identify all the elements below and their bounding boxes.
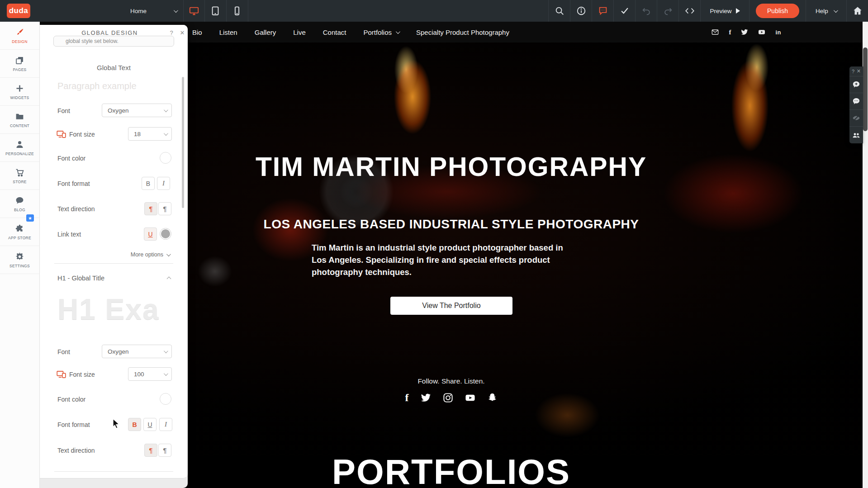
h1-bold-button[interactable]: B bbox=[128, 418, 141, 431]
responsive-devices-icon bbox=[57, 131, 66, 138]
page-scrollbar[interactable] bbox=[863, 22, 868, 488]
speech-bubble-icon bbox=[15, 196, 24, 205]
add-comment-button[interactable] bbox=[849, 76, 863, 93]
toolbar-help-icon[interactable]: ? bbox=[852, 69, 854, 74]
site-nav-bio[interactable]: Bio bbox=[192, 28, 202, 36]
toolbar-close-icon[interactable]: ✕ bbox=[857, 68, 861, 74]
add-comment-icon bbox=[852, 81, 860, 89]
sidebar-item-blog[interactable]: BLOG bbox=[0, 190, 39, 218]
youtube-icon[interactable] bbox=[758, 28, 765, 36]
gear-icon bbox=[15, 252, 24, 261]
view-portfolio-button[interactable]: View The Portfolio bbox=[390, 297, 512, 315]
h1-underline-button[interactable]: U bbox=[143, 418, 157, 431]
youtube-icon[interactable] bbox=[465, 393, 475, 403]
site-nav-contact[interactable]: Contact bbox=[323, 28, 346, 36]
collapse-section-icon[interactable] bbox=[167, 277, 171, 281]
duda-logo[interactable]: duda bbox=[7, 4, 30, 18]
font-label: Font bbox=[57, 107, 70, 114]
h1-example-preview: H1 Exa bbox=[57, 293, 159, 326]
desktop-icon bbox=[189, 6, 199, 16]
play-icon bbox=[736, 8, 740, 14]
sidebar-item-widgets[interactable]: WIDGETS bbox=[0, 78, 39, 106]
italic-button[interactable]: I bbox=[157, 177, 170, 190]
panel-scrollbar[interactable] bbox=[182, 77, 184, 208]
h1-italic-button[interactable]: I bbox=[159, 418, 172, 431]
text-direction-label: Text direction bbox=[57, 205, 95, 213]
site-nav-specialty[interactable]: Specialty Product Photography bbox=[416, 28, 509, 36]
panel-close-button[interactable]: ✕ bbox=[177, 29, 188, 36]
save-done-button[interactable] bbox=[613, 0, 635, 22]
comments-button[interactable] bbox=[849, 93, 863, 110]
editor-sidebar: DESIGN PAGES WIDGETS CONTENT PERSONALIZE… bbox=[0, 22, 40, 488]
font-color-swatch[interactable] bbox=[160, 152, 171, 164]
linkedin-icon[interactable]: in bbox=[775, 29, 781, 36]
more-options-link[interactable]: More options bbox=[131, 251, 170, 258]
publish-button[interactable]: Publish bbox=[756, 4, 799, 18]
h1-font-size-dropdown[interactable]: 100 bbox=[128, 367, 172, 381]
panel-title: GLOBAL DESIGN bbox=[40, 29, 166, 36]
h1-text-direction-ltr-button[interactable]: ¶ bbox=[144, 444, 157, 457]
collaborators-button[interactable] bbox=[849, 127, 863, 143]
comments-icon bbox=[852, 97, 860, 105]
app-store-badge: ★ bbox=[26, 214, 34, 222]
global-design-panel: GLOBAL DESIGN ? ✕ global style set below… bbox=[40, 25, 188, 479]
text-direction-ltr-button[interactable]: ¶ bbox=[144, 202, 157, 215]
sidebar-item-store[interactable]: STORE bbox=[0, 162, 39, 190]
snapchat-icon[interactable] bbox=[487, 393, 498, 403]
sidebar-item-settings[interactable]: SETTINGS bbox=[0, 246, 39, 274]
h1-text-direction-rtl-button[interactable]: ¶ bbox=[158, 444, 171, 457]
bold-button[interactable]: B bbox=[142, 177, 155, 190]
chat-bubble-icon bbox=[598, 6, 608, 16]
instagram-icon[interactable] bbox=[443, 393, 453, 403]
facebook-icon[interactable]: f bbox=[729, 28, 731, 36]
info-icon bbox=[576, 6, 586, 16]
twitter-icon[interactable] bbox=[421, 393, 431, 403]
dev-mode-button[interactable] bbox=[678, 0, 700, 22]
preview-button[interactable]: Preview bbox=[700, 0, 749, 22]
hero-description[interactable]: Tim Martin is an industrial style produc… bbox=[312, 242, 574, 278]
facebook-icon[interactable]: f bbox=[405, 392, 409, 404]
desktop-view-button[interactable] bbox=[183, 0, 204, 22]
twitter-icon[interactable] bbox=[741, 28, 748, 36]
mobile-icon bbox=[232, 6, 242, 16]
hide-comments-button[interactable] bbox=[849, 110, 863, 127]
tablet-view-button[interactable] bbox=[204, 0, 226, 22]
site-nav-portfolios[interactable]: Portfolios bbox=[363, 28, 399, 36]
site-nav-live[interactable]: Live bbox=[293, 28, 306, 36]
sidebar-item-design[interactable]: DESIGN bbox=[0, 22, 39, 50]
mobile-view-button[interactable] bbox=[226, 0, 247, 22]
font-family-dropdown[interactable]: Oxygen bbox=[102, 104, 172, 117]
site-nav-listen[interactable]: Listen bbox=[219, 28, 237, 36]
global-text-heading: Global Text bbox=[40, 64, 188, 71]
link-underline-button[interactable]: U bbox=[144, 227, 157, 241]
undo-button[interactable] bbox=[635, 0, 657, 22]
feedback-button[interactable] bbox=[592, 0, 613, 22]
email-icon[interactable] bbox=[711, 28, 719, 36]
font-format-label: Font format bbox=[57, 180, 90, 187]
text-direction-rtl-button[interactable]: ¶ bbox=[158, 202, 171, 215]
help-dropdown[interactable]: Help bbox=[806, 0, 846, 22]
font-size-dropdown[interactable]: 18 bbox=[128, 127, 172, 141]
font-color-label: Font color bbox=[57, 396, 85, 403]
sidebar-item-content[interactable]: CONTENT bbox=[0, 106, 39, 134]
cart-icon bbox=[15, 168, 24, 177]
redo-button[interactable] bbox=[657, 0, 678, 22]
page-selector-dropdown[interactable]: Home bbox=[122, 0, 183, 22]
chevron-down-icon bbox=[174, 8, 178, 13]
chevron-down-icon bbox=[396, 29, 400, 34]
design-panel-drawer: GLOBAL DESIGN ? ✕ global style set below… bbox=[40, 25, 188, 488]
undo-icon bbox=[641, 6, 651, 16]
dashboard-home-button[interactable] bbox=[846, 0, 868, 22]
plus-icon bbox=[15, 84, 24, 93]
search-button[interactable] bbox=[548, 0, 570, 22]
sidebar-item-personalize[interactable]: PERSONALIZE bbox=[0, 134, 39, 162]
info-button[interactable] bbox=[570, 0, 592, 22]
h1-font-family-dropdown[interactable]: Oxygen bbox=[102, 345, 172, 358]
site-nav-gallery[interactable]: Gallery bbox=[255, 28, 276, 36]
h1-font-color-swatch[interactable] bbox=[160, 393, 171, 405]
sidebar-item-pages[interactable]: PAGES bbox=[0, 50, 39, 78]
link-color-swatch[interactable] bbox=[160, 228, 171, 240]
sidebar-item-app-store[interactable]: APP STORE ★ bbox=[0, 218, 39, 246]
page-scrollbar-thumb[interactable] bbox=[863, 47, 868, 131]
panel-help-button[interactable]: ? bbox=[166, 29, 177, 36]
